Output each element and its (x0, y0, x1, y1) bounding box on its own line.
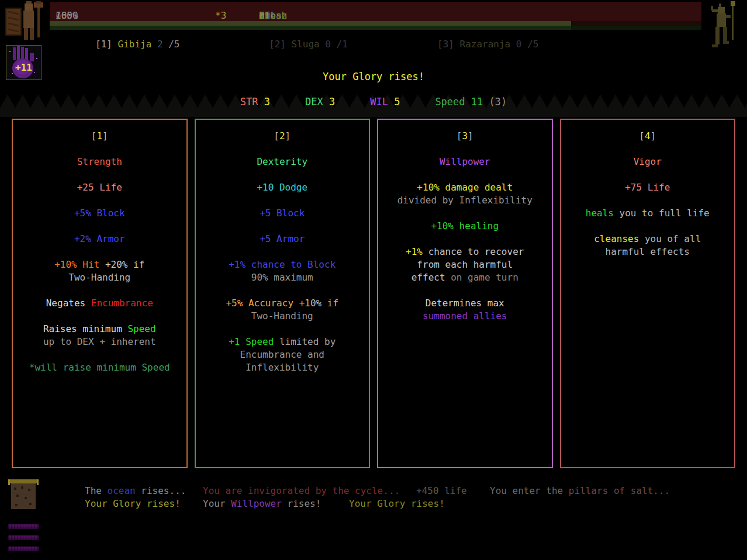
panel-text-block: +10% Hit +20% ifTwo-Handing (13, 258, 186, 284)
stat-str: STR 3 (240, 96, 270, 108)
scroll-icon[interactable] (8, 479, 39, 512)
log-message: The ocean rises... (85, 485, 186, 497)
text-segment: up to DEX + inherent (43, 336, 156, 347)
text-segment: 90% maximum (251, 272, 313, 283)
log-message: You enter the pillars of salt... (490, 485, 670, 497)
panel-text-block: *will raise minimum Speed (13, 361, 186, 374)
panel-text-block: Vigor (561, 155, 735, 168)
ability-slot-2[interactable]: [2] Sluga 0 /1 (269, 39, 348, 50)
text-segment: you to full life (614, 208, 710, 219)
panel-text-line: from each harmful (378, 258, 552, 271)
text-segment: (3) (489, 96, 507, 108)
text-segment: cleanses (594, 233, 639, 244)
text-segment: 2 (279, 130, 285, 141)
text-segment: on game turn (445, 272, 518, 283)
text-segment: Sluga (292, 39, 326, 50)
panel-text-line: Determines max (378, 297, 552, 310)
text-segment: Vigor (634, 156, 662, 167)
panel-text-line: Two-Handing (13, 271, 186, 284)
stat-speed: Speed 11 (3) (435, 96, 507, 108)
text-segment: Willpower (440, 156, 490, 167)
text-segment: Speed (435, 96, 471, 108)
panel-text-block: +5 Block (196, 207, 369, 220)
text-segment: ] (102, 130, 108, 141)
panel-text-block: +1 Speed limited byEncumbrance andInflex… (196, 336, 369, 374)
panel-text-line: Willpower (378, 155, 552, 168)
text-segment: +10% if (293, 298, 338, 309)
panel-hotkey: [1] (13, 130, 186, 143)
text-segment: +75 Life (625, 182, 670, 193)
panel-text-line: Vigor (561, 155, 735, 168)
stat-panel-willpower[interactable]: [3] Willpower+10% damage dealtdivided by… (377, 119, 553, 468)
text-segment: summoned allies (423, 310, 507, 322)
text-segment: +25 Life (77, 182, 122, 193)
text-segment: from each harmful (417, 259, 513, 270)
stats-row: STR 3 DEX 3 WIL 5 Speed 11 (3) (0, 96, 747, 108)
panel-text-line: +5% Block (13, 207, 186, 220)
panel-body: Willpower+10% damage dealtdivided by Inf… (378, 155, 552, 323)
panel-text-block: +5 Armor (196, 233, 369, 246)
text-segment: Negates (46, 298, 91, 309)
text-segment: DEX (305, 96, 329, 108)
text-segment: *3 (215, 10, 226, 22)
panel-text-block: +5% Block (13, 207, 186, 220)
panel-text-block: Determines maxsummoned allies (378, 297, 552, 323)
panel-text-line: +1% chance to recover (378, 246, 552, 258)
stat-panel-vigor[interactable]: [4] Vigor+75 Lifeheals you to full lifec… (560, 119, 736, 468)
text-segment: you of all (639, 233, 701, 244)
health-bar: 650 /650 100% *3 Pa the Albaz Gala of Er… (50, 2, 701, 21)
text-segment: +10% healing (431, 220, 499, 231)
ability-slot-1[interactable]: [1] Gibija 2 /5 (95, 39, 180, 50)
panel-text-line: 90% maximum (196, 271, 369, 284)
text-segment: +20% if (99, 259, 144, 270)
stat-panel-dexterity[interactable]: [2] Dexterity+10 Dodge+5 Block+5 Armor+1… (195, 119, 371, 468)
panel-text-block: heals you to full life (561, 207, 735, 220)
text-segment: 100% (56, 10, 78, 22)
text-segment: 3 (462, 130, 468, 141)
experience-bar-fill (50, 21, 571, 26)
text-segment: harmful effects (606, 246, 690, 257)
panel-text-block: +75 Life (561, 181, 735, 194)
panel-text-block: +1% chance to recoverfrom each harmfulef… (378, 246, 552, 284)
panel-text-block: +5% Accuracy +10% ifTwo-Handing (196, 297, 369, 323)
text-segment: +1 Speed (229, 336, 274, 347)
panel-text-line: Strength (13, 155, 186, 168)
text-segment: Your Glory rises! (85, 498, 181, 509)
log-message: Your Glory rises! (85, 498, 181, 510)
ability-slot-3[interactable]: [3] Razaranja 0 /5 (437, 39, 538, 50)
text-segment: 11 (471, 96, 489, 108)
text-segment: +5% Accuracy (226, 298, 293, 309)
text-segment: +10 Dodge (257, 182, 307, 193)
text-segment: Two-Handing (251, 310, 313, 322)
stat-wil: WIL 5 (370, 96, 400, 108)
panel-body: Strength+25 Life+5% Block+2% Armor+10% H… (13, 155, 186, 374)
text-segment: [ (456, 130, 462, 141)
panel-body: Vigor+75 Lifeheals you to full lifeclean… (561, 155, 735, 258)
panel-hotkey: [3] (378, 130, 552, 143)
panel-text-line: effect on game turn (378, 271, 552, 284)
panel-text-block: +25 Life (13, 181, 186, 194)
panel-text-line: up to DEX + inherent (13, 336, 186, 348)
text-segment: +5 Block (260, 208, 305, 219)
text-segment: Gibija (118, 39, 157, 50)
text-segment: ocean (108, 485, 136, 496)
panel-text-line: summoned allies (378, 310, 552, 323)
panel-text-line: *will raise minimum Speed (13, 361, 186, 374)
text-segment: Strength (77, 156, 122, 167)
text-segment: +5% Block (74, 208, 125, 219)
panel-text-line: Inflexibility (196, 361, 369, 374)
log-message: Your Willpower rises! (203, 498, 321, 510)
panel-text-line: +5 Block (196, 207, 369, 220)
text-segment: heals (586, 208, 614, 219)
panel-text-block: cleanses you of allharmful effects (561, 233, 735, 258)
text-segment: 3 (329, 96, 335, 108)
panel-text-block: +10% damage dealtdivided by Inflexibilit… (378, 181, 552, 207)
panel-text-block: +10% healing (378, 220, 552, 233)
panel-text-line: Two-Handing (196, 310, 369, 323)
panel-text-block: +10 Dodge (196, 181, 369, 194)
panel-text-line: +10% Hit +20% if (13, 258, 186, 271)
log-message: You are invigorated by the cycle... (203, 485, 400, 497)
stat-panel-strength[interactable]: [1] Strength+25 Life+5% Block+2% Armor+1… (12, 119, 188, 468)
purple-item-bar (8, 524, 39, 529)
text-segment: Razaranja (460, 39, 516, 50)
